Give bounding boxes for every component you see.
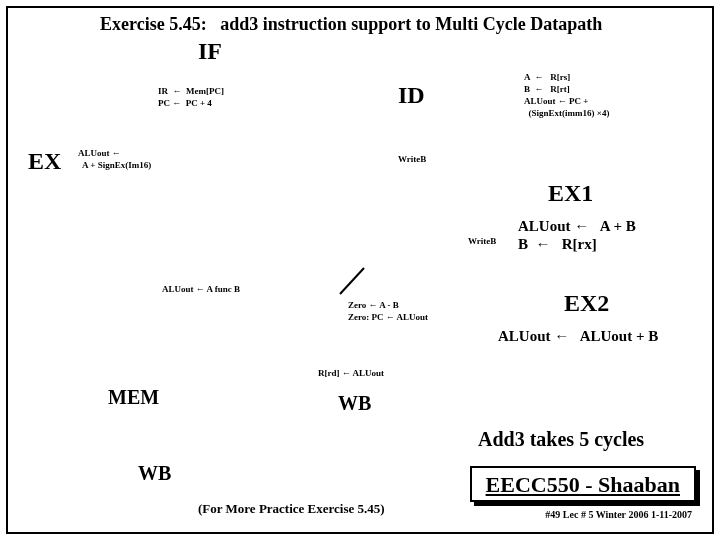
stage-WB-top: WB: [338, 392, 371, 415]
stage-EX1: EX1: [548, 180, 593, 207]
slide-frame: Exercise 5.45: add3 instruction support …: [6, 6, 714, 534]
zero-line2: Zero: PC ← ALUout: [348, 312, 428, 322]
id-line2: B ← R[rt]: [524, 84, 570, 94]
stage-EX: EX: [28, 148, 61, 175]
svg-line-0: [340, 268, 364, 294]
stage-EX2: EX2: [564, 290, 609, 317]
if-line1: IR ← Mem[PC]: [158, 86, 224, 96]
ex-line1: ALUout ←: [78, 148, 121, 158]
title-line1: Exercise 5.45: add3 instruction support …: [100, 14, 602, 35]
zero-line1: Zero ← A - B: [348, 300, 399, 310]
stage-MEM: MEM: [108, 386, 159, 409]
ex1-line1: ALUout ← A + B: [518, 218, 636, 235]
diagonal-line-icon: [332, 262, 372, 302]
stage-IF: IF: [198, 38, 222, 65]
footer-box: EECC550 - Shaaban: [470, 466, 696, 502]
footer-sub: #49 Lec # 5 Winter 2006 1-11-2007: [545, 509, 692, 520]
id-line3: ALUout ← PC +: [524, 96, 588, 106]
ex1-line2: B ← R[rx]: [518, 236, 597, 253]
cycles-text: Add3 takes 5 cycles: [478, 428, 644, 451]
stage-ID: ID: [398, 82, 425, 109]
stage-WB-bottom: WB: [138, 462, 171, 485]
id-line1: A ← R[rs]: [524, 72, 570, 82]
writeB-1: WriteB: [398, 154, 426, 164]
if-line2: PC ← PC + 4: [158, 98, 212, 108]
writeB-2: WriteB: [468, 236, 496, 246]
ex-line2: A + SignEx(Im16): [78, 160, 151, 170]
rd-aluout: R[rd] ← ALUout: [318, 368, 384, 378]
a-func-b: ALUout ← A func B: [162, 284, 240, 294]
ex2-result: ALUout ← ALUout + B: [498, 328, 658, 345]
footer-course: EECC550 - Shaaban: [486, 472, 680, 497]
id-line4: (SignExt(imm16) ×4): [524, 108, 609, 118]
for-more: (For More Practice Exercise 5.45): [198, 501, 385, 517]
